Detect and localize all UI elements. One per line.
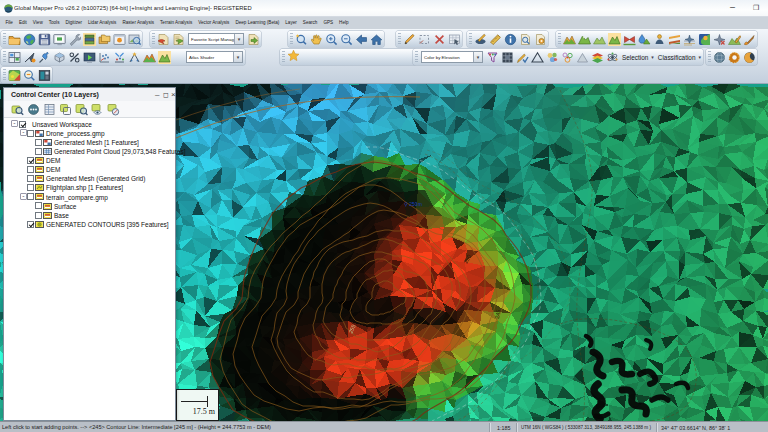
svg-text:⚲ 250m: ⚲ 250m: [404, 201, 422, 207]
